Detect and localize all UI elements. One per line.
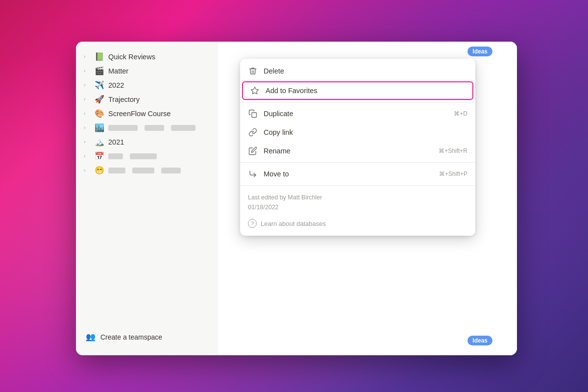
blurred-label <box>130 153 157 159</box>
blurred-1-icon: 🏙️ <box>95 123 104 132</box>
rename-shortcut: ⌘+Shift+R <box>439 147 467 154</box>
menu-item-learn-databases[interactable]: ? Learn about databases <box>240 215 475 233</box>
create-teamspace-button[interactable]: 👥 Create a teamspace <box>80 328 214 345</box>
copy-link-label: Copy link <box>264 128 467 136</box>
blurred-label <box>108 153 123 159</box>
sidebar-item-trajectory[interactable]: › 🚀 Trajectory <box>76 92 218 106</box>
chevron-icon: › <box>84 168 91 173</box>
blurred-label <box>132 168 154 173</box>
chevron-icon: › <box>84 82 91 88</box>
move-icon <box>248 169 258 179</box>
rename-icon <box>248 146 258 156</box>
link-icon <box>248 127 258 137</box>
svg-marker-0 <box>251 87 259 94</box>
menu-item-delete[interactable]: Delete <box>240 62 475 80</box>
menu-item-add-to-favorites[interactable]: Add to Favorites <box>242 81 473 100</box>
ideas-badge-top: Ideas <box>467 47 492 56</box>
last-edited-date: 01/18/2022 <box>248 202 467 212</box>
duplicate-label: Duplicate <box>264 110 448 118</box>
sidebar-item-label: 2022 <box>108 81 124 89</box>
sidebar-item-2022[interactable]: › ✈️ 2022 <box>76 78 218 92</box>
blurred-3-icon: 😁 <box>95 166 104 175</box>
screenflow-icon: 🎨 <box>95 109 104 118</box>
chevron-icon: › <box>84 139 91 145</box>
sidebar-item-matter[interactable]: › 🎬 Matter <box>76 64 218 78</box>
sidebar-item-2021[interactable]: › 🏔️ 2021 <box>76 135 218 149</box>
move-to-shortcut: ⌘+Shift+P <box>439 171 467 177</box>
sidebar-item-blurred-3[interactable]: › 😁 <box>76 163 218 177</box>
chevron-icon: › <box>84 153 91 159</box>
move-to-label: Move to <box>264 170 433 178</box>
duplicate-icon <box>248 109 258 119</box>
svg-rect-1 <box>252 113 257 118</box>
menu-divider-3 <box>240 185 475 186</box>
2021-icon: 🏔️ <box>95 137 104 147</box>
blurred-label <box>161 168 181 173</box>
chevron-icon: › <box>84 125 91 130</box>
sidebar-item-quick-reviews[interactable]: › 📗 Quick Reviews <box>76 49 218 64</box>
sidebar-item-blurred-1[interactable]: › 🏙️ <box>76 121 218 135</box>
matter-icon: 🎬 <box>95 66 104 75</box>
menu-item-move-to[interactable]: Move to ⌘+Shift+P <box>240 165 475 183</box>
help-icon: ? <box>248 219 257 228</box>
trajectory-icon: 🚀 <box>95 95 104 104</box>
blurred-label <box>145 125 164 131</box>
sidebar-item-label: Matter <box>108 67 128 75</box>
chevron-icon: › <box>84 54 91 59</box>
create-teamspace-label: Create a teamspace <box>100 333 162 341</box>
menu-meta: Last edited by Matt Birchler 01/18/2022 <box>240 188 475 215</box>
context-menu: Delete Add to Favorites Duplicate ⌘+D <box>240 59 475 236</box>
sidebar: › 📗 Quick Reviews › 🎬 Matter › ✈️ 2022 ›… <box>76 42 218 355</box>
trash-icon <box>248 66 258 76</box>
menu-divider <box>240 102 475 102</box>
sidebar-item-label: 2021 <box>108 138 124 146</box>
sidebar-item-label: Trajectory <box>108 96 140 103</box>
blurred-label <box>108 168 125 173</box>
last-edited-text: Last edited by Matt Birchler <box>248 193 467 202</box>
learn-databases-label: Learn about databases <box>261 220 326 227</box>
teamspace-icon: 👥 <box>86 332 96 342</box>
menu-item-rename[interactable]: Rename ⌘+Shift+R <box>240 142 475 160</box>
sidebar-item-label: Quick Reviews <box>108 53 155 61</box>
2022-icon: ✈️ <box>95 80 104 90</box>
star-icon <box>250 86 260 96</box>
delete-label: Delete <box>264 67 467 75</box>
quick-reviews-icon: 📗 <box>95 52 104 61</box>
menu-item-duplicate[interactable]: Duplicate ⌘+D <box>240 104 475 123</box>
menu-item-copy-link[interactable]: Copy link <box>240 123 475 142</box>
sidebar-item-label: ScreenFlow Course <box>108 110 171 118</box>
chevron-icon: › <box>84 97 91 102</box>
ideas-badge-bottom: Ideas <box>467 336 492 345</box>
menu-divider-2 <box>240 162 475 163</box>
chevron-icon: › <box>84 111 91 116</box>
blurred-label <box>171 125 196 131</box>
add-to-favorites-label: Add to Favorites <box>266 87 466 95</box>
chevron-icon: › <box>84 68 91 74</box>
blurred-label <box>108 125 138 131</box>
blurred-2-icon: 📅 <box>95 151 104 161</box>
rename-label: Rename <box>264 147 433 155</box>
sidebar-item-screenflow[interactable]: › 🎨 ScreenFlow Course <box>76 106 218 121</box>
sidebar-item-blurred-2[interactable]: › 📅 <box>76 149 218 163</box>
duplicate-shortcut: ⌘+D <box>454 110 467 117</box>
